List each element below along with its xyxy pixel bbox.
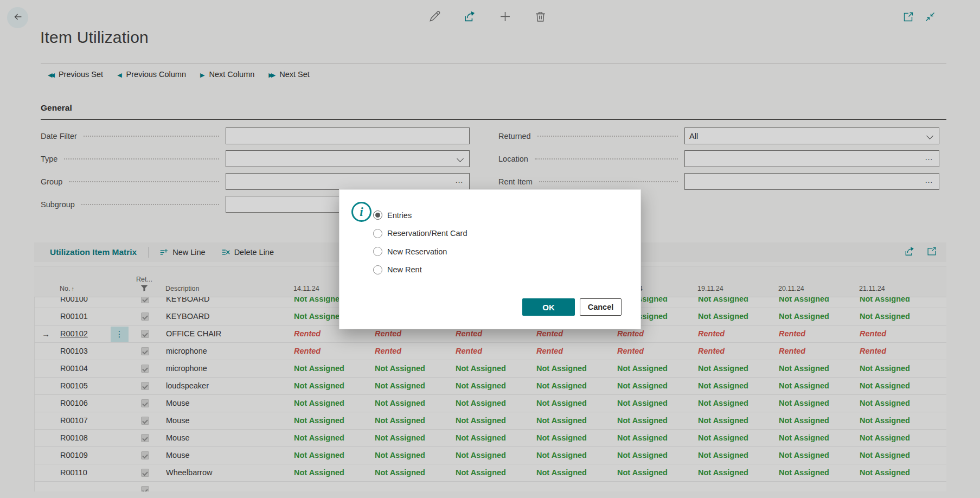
radio-label: New Reservation — [387, 247, 447, 256]
info-icon: i — [351, 202, 371, 222]
radio-label: Reservation/Rent Card — [387, 229, 467, 238]
radio-option-reservation-rent-card[interactable]: Reservation/Rent Card — [373, 225, 467, 243]
radio-option-new-rent[interactable]: New Rent — [373, 261, 467, 279]
ok-button[interactable]: OK — [522, 298, 575, 316]
options-dialog: i EntriesReservation/Rent CardNew Reserv… — [339, 189, 641, 329]
cancel-button[interactable]: Cancel — [580, 298, 622, 316]
radio-label: New Rent — [387, 265, 422, 274]
dialog-radio-group: EntriesReservation/Rent CardNew Reservat… — [373, 206, 467, 279]
radio-option-entries[interactable]: Entries — [373, 206, 467, 225]
radio-unselected-icon[interactable] — [373, 265, 382, 274]
radio-label: Entries — [387, 211, 412, 220]
radio-selected-icon[interactable] — [373, 210, 382, 220]
radio-dot — [375, 213, 380, 218]
radio-option-new-reservation[interactable]: New Reservation — [373, 242, 467, 261]
radio-unselected-icon[interactable] — [373, 247, 382, 256]
radio-unselected-icon[interactable] — [373, 229, 382, 238]
item-utilization-page: Item Utilization ◀◀Previous Set◀Previous… — [0, 0, 980, 498]
